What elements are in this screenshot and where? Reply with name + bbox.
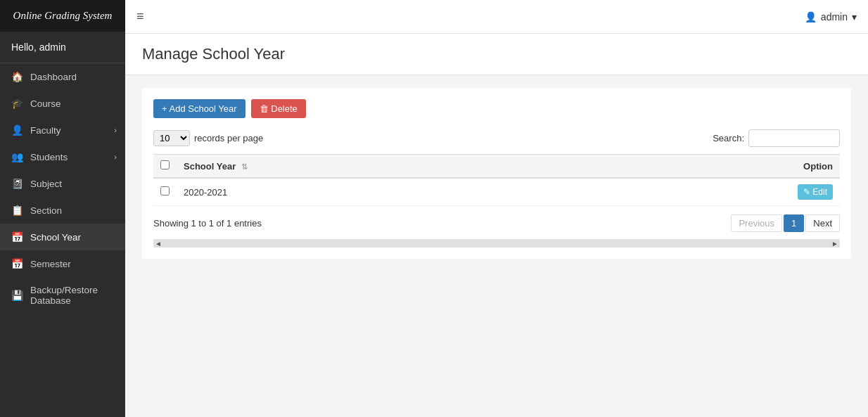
topbar-left: ≡ xyxy=(136,9,144,24)
sidebar: Online Grading System Hello, admin 🏠 Das… xyxy=(0,0,125,417)
data-table: School Year ⇅ Option 2020-2021 ✎ Edit xyxy=(153,154,840,206)
action-bar: + Add School Year 🗑 Delete xyxy=(153,99,840,118)
sidebar-item-label: Dashboard xyxy=(30,72,77,82)
select-all-header xyxy=(153,155,177,179)
option-column-header: Option xyxy=(784,155,840,179)
row-checkbox[interactable] xyxy=(160,186,170,195)
row-checkbox-cell xyxy=(153,178,177,206)
table-row: 2020-2021 ✎ Edit xyxy=(153,178,840,206)
main-wrapper: ≡ 👤 admin ▾ Manage School Year + Add Sch… xyxy=(125,0,868,417)
page-1-button[interactable]: 1 xyxy=(784,214,804,232)
sidebar-item-dashboard[interactable]: 🏠 Dashboard xyxy=(0,63,125,90)
sidebar-item-label: Faculty xyxy=(30,125,61,136)
username-label: admin xyxy=(821,11,848,23)
sidebar-item-students[interactable]: 👥 Students › xyxy=(0,143,125,170)
sidebar-item-faculty[interactable]: 👤 Faculty › xyxy=(0,117,125,143)
sidebar-item-label: Semester xyxy=(30,259,71,269)
school-year-icon: 📅 xyxy=(11,231,23,243)
search-label: Search: xyxy=(713,133,744,143)
delete-button[interactable]: 🗑 Delete xyxy=(251,99,306,118)
chevron-right-icon: › xyxy=(114,126,117,134)
records-per-page-control: 10 25 50 100 records per page xyxy=(153,130,263,146)
search-box: Search: xyxy=(713,129,840,147)
table-body: 2020-2021 ✎ Edit xyxy=(153,178,840,206)
topbar: ≡ 👤 admin ▾ xyxy=(125,0,868,34)
previous-button[interactable]: Previous xyxy=(731,214,782,232)
section-icon: 📋 xyxy=(11,205,23,216)
course-icon: 🎓 xyxy=(11,98,23,109)
chevron-right-icon: › xyxy=(114,153,117,161)
scroll-right-arrow[interactable]: ► xyxy=(831,240,838,248)
sidebar-item-section[interactable]: 📋 Section xyxy=(0,197,125,224)
caret-down-icon: ▾ xyxy=(852,11,857,23)
user-menu[interactable]: 👤 admin ▾ xyxy=(805,11,857,23)
sidebar-item-label: School Year xyxy=(30,232,81,243)
content-area: + Add School Year 🗑 Delete 10 25 50 100 … xyxy=(142,88,851,259)
faculty-icon: 👤 xyxy=(11,124,23,136)
dashboard-icon: 🏠 xyxy=(11,71,23,82)
horizontal-scrollbar[interactable]: ◄ ► xyxy=(153,239,840,248)
scroll-left-arrow[interactable]: ◄ xyxy=(155,240,162,248)
school-year-header-label: School Year xyxy=(184,161,236,172)
app-brand: Online Grading System xyxy=(0,0,125,32)
main-content: Manage School Year + Add School Year 🗑 D… xyxy=(125,34,868,417)
students-icon: 👥 xyxy=(11,151,23,162)
sidebar-item-course[interactable]: 🎓 Course xyxy=(0,90,125,117)
sidebar-item-label: Course xyxy=(30,98,61,109)
option-cell: ✎ Edit xyxy=(784,178,840,206)
subject-icon: 📓 xyxy=(11,178,23,189)
records-per-page-select[interactable]: 10 25 50 100 xyxy=(153,130,190,146)
add-school-year-button[interactable]: + Add School Year xyxy=(153,99,245,118)
sidebar-item-subject[interactable]: 📓 Subject xyxy=(0,170,125,197)
pagination-info: Showing 1 to 1 of 1 entries xyxy=(153,218,262,229)
school-year-column-header[interactable]: School Year ⇅ xyxy=(177,155,784,179)
select-all-checkbox[interactable] xyxy=(160,160,170,169)
search-input[interactable] xyxy=(748,129,840,147)
table-controls: 10 25 50 100 records per page Search: xyxy=(153,129,840,147)
sidebar-item-backup[interactable]: 💾 Backup/Restore Database xyxy=(0,277,125,314)
sidebar-item-semester[interactable]: 📅 Semester xyxy=(0,250,125,277)
pagination-area: Showing 1 to 1 of 1 entries Previous 1 N… xyxy=(153,214,840,232)
edit-button[interactable]: ✎ Edit xyxy=(798,184,833,200)
user-icon: 👤 xyxy=(805,11,817,23)
next-button[interactable]: Next xyxy=(805,214,840,232)
page-title: Manage School Year xyxy=(125,34,868,75)
backup-icon: 💾 xyxy=(11,290,23,301)
sidebar-item-label: Subject xyxy=(30,179,62,189)
sidebar-item-label: Students xyxy=(30,152,68,162)
pagination: Previous 1 Next xyxy=(731,214,840,232)
sidebar-item-label: Backup/Restore Database xyxy=(30,285,114,306)
scrollbar-arrows: ◄ ► xyxy=(153,240,840,248)
sort-icon: ⇅ xyxy=(241,162,248,171)
semester-icon: 📅 xyxy=(11,258,23,269)
sidebar-item-school-year[interactable]: 📅 School Year xyxy=(0,224,125,250)
sidebar-item-label: Section xyxy=(30,205,62,216)
sidebar-greeting: Hello, admin xyxy=(0,32,125,63)
records-per-page-label: records per page xyxy=(194,133,263,143)
hamburger-button[interactable]: ≡ xyxy=(136,9,144,24)
school-year-cell: 2020-2021 xyxy=(177,178,784,206)
table-header: School Year ⇅ Option xyxy=(153,155,840,179)
